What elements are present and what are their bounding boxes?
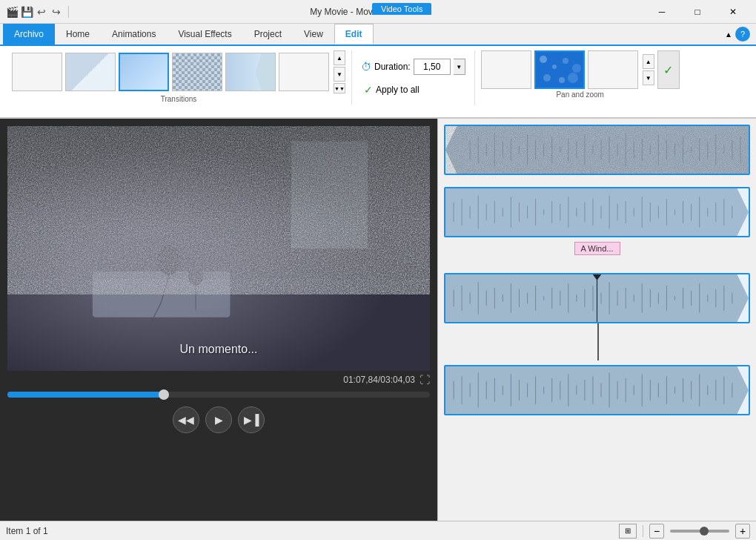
redo-icon[interactable]: ↪ <box>50 6 62 18</box>
status-right: ⊞ − + <box>619 524 750 539</box>
svg-point-1 <box>540 56 547 63</box>
pan-zoom-thumb-selected[interactable] <box>534 50 585 89</box>
svg-marker-57 <box>445 126 749 174</box>
save-icon[interactable]: 💾 <box>21 6 33 18</box>
progress-bar[interactable] <box>7 392 430 398</box>
window-title: My Movie - Movie Maker <box>72 7 645 17</box>
duration-icon: ⏱ <box>361 61 371 73</box>
svg-marker-134 <box>445 366 749 414</box>
tab-home[interactable]: Home <box>55 24 101 45</box>
app-logo-icon: 🎬 <box>6 6 18 18</box>
window-controls: ─ □ ✕ <box>645 1 750 22</box>
clip-item-4[interactable] <box>444 365 750 415</box>
clip-item-1[interactable] <box>444 125 750 175</box>
progress-thumb[interactable] <box>159 389 169 400</box>
tab-archivo[interactable]: Archivo <box>3 24 55 45</box>
tab-project[interactable]: Project <box>243 24 293 45</box>
apply-all-label: Apply to all <box>376 85 420 95</box>
clip-item-3[interactable] <box>444 273 750 323</box>
help-icon[interactable]: ? <box>735 27 750 42</box>
playhead-extension <box>597 323 599 360</box>
undo-icon[interactable]: ↩ <box>36 6 47 18</box>
maximize-button[interactable]: □ <box>680 1 714 22</box>
clip-label-2: A Wind... <box>574 242 620 255</box>
clip-item-3-container <box>444 273 750 323</box>
video-background: Un momento... <box>7 126 430 371</box>
duration-input[interactable] <box>414 59 451 75</box>
progress-fill <box>7 392 164 398</box>
transition-thumb-selected[interactable] <box>119 53 169 91</box>
tab-visual-effects[interactable]: Visual Effects <box>167 24 242 45</box>
ribbon-scroll: ▲ ▼ ▼▼ <box>334 50 345 93</box>
zoom-in-button[interactable]: + <box>735 524 750 539</box>
title-bar-icon-group: 🎬 💾 ↩ ↪ <box>6 6 72 18</box>
clip-item-2[interactable] <box>444 187 750 237</box>
video-tools-badge: Video Tools <box>372 3 431 15</box>
ribbon-scroll-more[interactable]: ▼▼ <box>334 83 345 93</box>
svg-point-5 <box>543 74 551 82</box>
duration-dropdown[interactable]: ▼ <box>454 59 465 75</box>
transitions-label: Transitions <box>161 95 197 105</box>
pan-zoom-scroll-down[interactable]: ▼ <box>643 70 654 85</box>
pan-zoom-add-button[interactable]: ✓ <box>657 50 680 89</box>
apply-check-icon: ✓ <box>364 84 373 96</box>
title-bar: 🎬 💾 ↩ ↪ My Movie - Movie Maker Video Too… <box>0 0 756 24</box>
tab-animations[interactable]: Animations <box>101 24 167 45</box>
timeline-scroll[interactable]: A Wind... <box>438 119 756 521</box>
zoom-thumb[interactable] <box>700 527 709 536</box>
duration-label: Duration: <box>374 62 411 72</box>
tab-edit[interactable]: Edit <box>334 24 374 45</box>
svg-point-4 <box>572 64 581 73</box>
svg-marker-94 <box>445 188 749 236</box>
clip-item-4-container <box>444 365 750 415</box>
transition-thumb-checker[interactable] <box>172 53 222 91</box>
playback-controls: ◀◀ ▶ ▶▐ <box>7 406 430 433</box>
preview-area: Un momento... 01:07,84/03:04,03 ⛶ ◀◀ ▶ ▶… <box>0 119 437 521</box>
svg-point-7 <box>568 73 578 83</box>
zoom-out-button[interactable]: − <box>649 524 664 539</box>
timeline-area: A Wind... <box>437 119 756 521</box>
forward-button[interactable]: ▶▐ <box>238 406 265 433</box>
status-divider <box>643 525 643 537</box>
video-overlay <box>7 126 430 371</box>
status-item-count: Item 1 of 1 <box>6 526 48 536</box>
time-current: 01:07,84/03:04,03 <box>343 375 415 385</box>
rewind-button[interactable]: ◀◀ <box>173 406 199 433</box>
pan-zoom-scroll-up[interactable]: ▲ <box>643 54 654 69</box>
main-area: Un momento... 01:07,84/03:04,03 ⛶ ◀◀ ▶ ▶… <box>0 119 756 521</box>
clip-item-2-container: A Wind... <box>444 187 750 237</box>
transition-thumb-blank1[interactable] <box>12 53 62 91</box>
menu-bar: Archivo Home Animations Visual Effects P… <box>0 24 756 46</box>
pan-zoom-section: ▲ ▼ ✓ Pan and zoom <box>475 50 686 100</box>
tab-view[interactable]: View <box>293 24 334 45</box>
pan-zoom-label: Pan and zoom <box>556 90 604 100</box>
ribbon-scroll-down[interactable]: ▼ <box>334 67 345 82</box>
transitions-section: ▲ ▼ ▼▼ Transitions <box>6 50 352 105</box>
pan-zoom-thumb-blank1[interactable] <box>481 50 531 89</box>
duration-control: ⏱ Duration: ▼ <box>361 59 465 75</box>
time-display: 01:07,84/03:04,03 ⛶ <box>7 371 430 389</box>
svg-point-6 <box>559 77 565 83</box>
duration-section: ⏱ Duration: ▼ ✓ Apply to all <box>352 50 475 105</box>
menu-bar-right: ▲ ? <box>725 24 756 45</box>
close-button[interactable]: ✕ <box>716 1 750 22</box>
svg-point-2 <box>552 65 557 69</box>
ribbon: ▲ ▼ ▼▼ Transitions ⏱ Duration: ▼ ✓ Apply… <box>0 46 756 119</box>
zoom-slider[interactable] <box>670 530 729 533</box>
storyboard-button[interactable]: ⊞ <box>619 524 637 539</box>
apply-all-button[interactable]: ✓ Apply to all <box>361 82 465 97</box>
transition-thumb-diagonal[interactable] <box>65 53 116 91</box>
ribbon-scroll-up[interactable]: ▲ <box>334 50 345 65</box>
transition-thumb-arrow[interactable] <box>225 53 276 91</box>
svg-point-3 <box>563 58 568 64</box>
minimize-button[interactable]: ─ <box>645 1 679 22</box>
pan-zoom-thumb-blank2[interactable] <box>588 50 638 89</box>
fullscreen-button[interactable]: ⛶ <box>420 374 430 386</box>
video-frame: Un momento... <box>7 126 430 371</box>
transition-thumb-blank2[interactable] <box>279 53 329 91</box>
ribbon-collapse-icon[interactable]: ▲ <box>725 30 732 39</box>
status-bar: Item 1 of 1 ⊞ − + <box>0 521 756 540</box>
play-button[interactable]: ▶ <box>205 406 232 433</box>
